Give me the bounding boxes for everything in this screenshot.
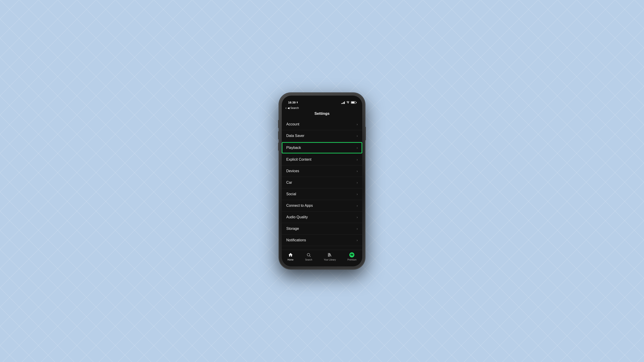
page-title: Settings <box>314 111 330 116</box>
chevron-right-icon-social: › <box>356 192 358 196</box>
tab-bar: Home Search Your Library Premium <box>282 250 362 266</box>
content-area: 16:39 ⬆ <box>282 96 362 266</box>
signal-bar-4 <box>344 101 345 104</box>
settings-item-label-playback: Playback <box>286 146 301 150</box>
status-icons <box>341 101 356 104</box>
settings-item-label-social: Social <box>286 192 296 196</box>
battery-fill <box>352 102 354 103</box>
settings-item-label-storage: Storage <box>286 227 299 231</box>
chevron-right-icon-audio-quality: › <box>356 215 358 219</box>
tab-label-your-library: Your Library <box>324 259 336 261</box>
battery-icon <box>351 101 356 104</box>
tab-label-home: Home <box>288 259 294 261</box>
tab-icon-search <box>306 252 311 258</box>
back-chevron-icon: ‹ <box>285 106 286 110</box>
settings-item-audio-quality[interactable]: Audio Quality › <box>282 212 362 223</box>
settings-item-label-devices: Devices <box>286 169 299 173</box>
settings-item-label-explicit-content: Explicit Content <box>286 157 311 162</box>
chevron-right-icon-storage: › <box>356 227 358 231</box>
settings-item-storage[interactable]: Storage › <box>282 223 362 235</box>
tab-your-library[interactable]: Your Library <box>324 252 336 261</box>
tab-label-premium: Premium <box>347 259 356 261</box>
svg-point-4 <box>349 252 354 257</box>
tab-search[interactable]: Search <box>305 252 312 261</box>
chevron-right-icon-notifications: › <box>356 238 358 242</box>
svg-rect-3 <box>329 253 330 257</box>
settings-item-car[interactable]: Car › <box>282 177 362 188</box>
chevron-right-icon-devices: › <box>356 169 358 173</box>
chevron-right-icon-account: › <box>356 122 358 126</box>
settings-item-playback[interactable]: Playback › <box>282 142 362 153</box>
settings-item-notifications[interactable]: Notifications › <box>282 235 362 246</box>
svg-point-0 <box>307 253 310 256</box>
back-label[interactable]: ◀ Search <box>288 106 299 110</box>
settings-list: Account › Data Saver › Playback › Explic… <box>282 119 362 266</box>
tab-home[interactable]: Home <box>288 252 294 261</box>
tab-icon-premium <box>349 252 354 258</box>
status-time: 16:39 ⬆ <box>288 101 298 104</box>
settings-item-label-audio-quality: Audio Quality <box>286 215 308 219</box>
chevron-right-icon-car: › <box>356 181 358 184</box>
tab-label-search: Search <box>305 259 312 261</box>
spotify-logo-icon <box>349 252 354 257</box>
settings-item-explicit-content[interactable]: Explicit Content › <box>282 154 362 165</box>
settings-item-account[interactable]: Account › <box>282 119 362 130</box>
settings-item-social[interactable]: Social › <box>282 188 362 200</box>
tab-icon-home <box>288 252 293 258</box>
settings-item-label-data-saver: Data Saver <box>286 134 304 138</box>
chevron-right-icon-playback: › <box>356 146 358 150</box>
settings-item-label-connect-to-apps: Connect to Apps <box>286 204 313 208</box>
signal-bar-2 <box>342 103 343 104</box>
wifi-icon <box>346 101 350 104</box>
signal-bar-1 <box>341 103 342 104</box>
chevron-right-icon-data-saver: › <box>356 134 358 138</box>
location-icon: ⬆ <box>296 101 298 104</box>
svg-line-1 <box>310 256 311 257</box>
settings-item-label-car: Car <box>286 181 292 185</box>
signal-bar-3 <box>343 102 344 104</box>
signal-bars-icon <box>341 101 345 104</box>
settings-item-connect-to-apps[interactable]: Connect to Apps › <box>282 200 362 212</box>
phone-frame: 16:39 ⬆ <box>279 93 365 269</box>
chevron-right-icon-connect-to-apps: › <box>356 204 358 207</box>
settings-item-label-notifications: Notifications <box>286 238 306 242</box>
settings-item-data-saver[interactable]: Data Saver › <box>282 130 362 142</box>
nav-header: Settings <box>282 111 362 119</box>
notch <box>305 96 339 102</box>
settings-item-label-account: Account <box>286 122 300 126</box>
svg-rect-2 <box>328 253 328 257</box>
tab-premium[interactable]: Premium <box>347 252 356 261</box>
back-navigation-row: ‹ ◀ Search <box>282 105 362 111</box>
chevron-right-icon-explicit-content: › <box>356 158 358 161</box>
tab-icon-your-library <box>327 252 333 258</box>
phone-screen: 16:39 ⬆ <box>282 96 362 266</box>
settings-item-devices[interactable]: Devices › <box>282 165 362 177</box>
time-display: 16:39 <box>288 101 296 104</box>
